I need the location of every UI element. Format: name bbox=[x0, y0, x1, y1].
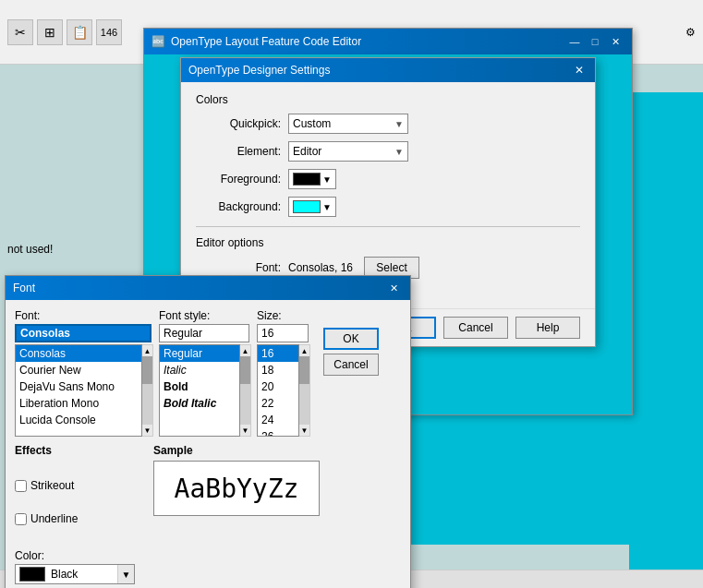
list-item[interactable]: Lucida Console bbox=[16, 412, 141, 428]
list-item[interactable]: Courier New bbox=[16, 362, 141, 378]
scroll-down-arrow-icon[interactable]: ▼ bbox=[299, 425, 309, 436]
background-color-button[interactable]: ▼ bbox=[288, 197, 336, 217]
background-color-row: Background: ▼ bbox=[196, 197, 580, 217]
font-style-scrollbar[interactable]: ▲ ▼ bbox=[240, 344, 251, 437]
element-select[interactable]: Editor ▼ bbox=[288, 141, 408, 162]
element-row: Element: Editor ▼ bbox=[196, 141, 580, 162]
editor-options-label: Editor options bbox=[196, 236, 580, 249]
font-dialog-title: Font bbox=[13, 282, 35, 294]
foreground-row: Foreground: ▼ bbox=[196, 169, 580, 189]
list-item[interactable]: Liberation Mono bbox=[16, 395, 141, 412]
font-style-listbox[interactable]: Regular Italic Bold Bold Italic bbox=[159, 344, 240, 437]
editor-options-section: Editor options Font: Consolas, 16 Select bbox=[196, 236, 580, 279]
ot-layout-minimize-button[interactable]: — bbox=[565, 33, 584, 50]
color-value-text: Black bbox=[49, 568, 117, 581]
gear-icon[interactable]: ⚙ bbox=[685, 26, 696, 39]
font-dialog-close-button[interactable]: ✕ bbox=[384, 280, 403, 296]
effects-label: Effects bbox=[15, 444, 135, 457]
underline-label: Underline bbox=[30, 512, 78, 525]
font-style-listbox-container: Regular Italic Bold Bold Italic ▲ ▼ bbox=[159, 344, 251, 437]
list-item[interactable]: 22 bbox=[258, 395, 298, 412]
settings-help-button[interactable]: Help bbox=[515, 317, 580, 339]
font-dialog-titlebar: Font ✕ bbox=[6, 276, 410, 300]
color-section: Color: Black ▼ bbox=[15, 549, 135, 584]
scroll-thumb bbox=[240, 356, 250, 384]
sample-text: AaBbYyZz bbox=[175, 474, 299, 504]
list-item[interactable]: Bold Italic bbox=[160, 395, 239, 412]
background-color-swatch bbox=[293, 200, 321, 213]
list-item[interactable]: 20 bbox=[258, 378, 298, 395]
foreground-color-arrow-icon: ▼ bbox=[322, 174, 332, 185]
color-label: Color: bbox=[15, 549, 135, 562]
strikeout-label: Strikeout bbox=[30, 479, 74, 492]
font-size-input[interactable] bbox=[257, 324, 309, 342]
font-size-scrollbar[interactable]: ▲ ▼ bbox=[299, 344, 310, 437]
quickpick-value: Custom bbox=[293, 117, 331, 130]
ot-layout-close-button[interactable]: ✕ bbox=[606, 33, 624, 50]
scroll-track bbox=[240, 356, 250, 425]
font-name-column: Font: Consolas Courier New DejaVu Sans M… bbox=[15, 309, 153, 437]
effects-section: Effects Strikeout Underline Color: Black… bbox=[15, 444, 135, 584]
ot-settings-title-text: OpenType Designer Settings bbox=[188, 64, 330, 77]
scroll-up-arrow-icon[interactable]: ▲ bbox=[299, 345, 309, 356]
list-item[interactable]: DejaVu Sans Mono bbox=[16, 378, 141, 395]
list-item[interactable]: 26 bbox=[258, 428, 298, 437]
ot-settings-titlebar: OpenType Designer Settings ✕ bbox=[181, 58, 595, 82]
strikeout-checkbox[interactable] bbox=[15, 480, 27, 492]
font-style-input[interactable] bbox=[159, 324, 249, 342]
settings-cancel-button[interactable]: Cancel bbox=[443, 317, 508, 339]
font-row-label: Font: bbox=[196, 261, 288, 274]
background-color-label: Background: bbox=[196, 200, 288, 213]
font-size-listbox[interactable]: 16 18 20 22 24 26 28 bbox=[257, 344, 299, 437]
toolbar-icon-cut[interactable]: ✂ bbox=[7, 19, 33, 45]
font-ok-button[interactable]: OK bbox=[323, 328, 379, 350]
sample-preview: AaBbYyZz bbox=[153, 461, 320, 516]
font-dialog-buttons: OK Cancel bbox=[323, 328, 379, 437]
quickpick-label: Quickpick: bbox=[196, 117, 288, 130]
element-arrow-icon: ▼ bbox=[394, 147, 404, 157]
list-item[interactable]: Italic bbox=[160, 362, 239, 378]
scroll-thumb bbox=[142, 356, 152, 384]
list-item[interactable]: Consolas bbox=[16, 345, 141, 362]
strikeout-row: Strikeout bbox=[15, 479, 135, 492]
element-label: Element: bbox=[196, 145, 288, 158]
not-used-label: not used! bbox=[7, 243, 53, 256]
foreground-color-swatch bbox=[293, 173, 321, 186]
font-listbox-container: Consolas Courier New DejaVu Sans Mono Li… bbox=[15, 344, 153, 437]
list-item[interactable]: 24 bbox=[258, 412, 298, 428]
color-combo-arrow-icon[interactable]: ▼ bbox=[117, 565, 134, 583]
underline-checkbox[interactable] bbox=[15, 513, 27, 525]
scroll-up-arrow-icon[interactable]: ▲ bbox=[142, 345, 152, 356]
scroll-down-arrow-icon[interactable]: ▼ bbox=[240, 425, 250, 436]
ot-layout-icon: 🔤 bbox=[152, 35, 165, 48]
foreground-color-button[interactable]: ▼ bbox=[288, 169, 336, 189]
font-name-listbox[interactable]: Consolas Courier New DejaVu Sans Mono Li… bbox=[15, 344, 142, 437]
cyan-panel-right bbox=[629, 92, 703, 588]
quickpick-row: Quickpick: Custom ▼ bbox=[196, 114, 580, 134]
quickpick-select[interactable]: Custom ▼ bbox=[288, 114, 408, 134]
list-item[interactable]: 16 bbox=[258, 345, 298, 362]
list-item[interactable]: Bold bbox=[160, 378, 239, 395]
divider bbox=[196, 226, 580, 227]
ot-settings-close-button[interactable]: ✕ bbox=[571, 63, 588, 78]
foreground-label: Foreground: bbox=[196, 173, 288, 186]
toolbar-icon-copy[interactable]: ⊞ bbox=[37, 19, 63, 45]
list-item[interactable]: 18 bbox=[258, 362, 298, 378]
font-listbox-scrollbar[interactable]: ▲ ▼ bbox=[142, 344, 153, 437]
ot-settings-body: Colors Quickpick: Custom ▼ Element: Edit… bbox=[181, 82, 595, 297]
color-combo[interactable]: Black ▼ bbox=[15, 564, 135, 584]
underline-row: Underline bbox=[15, 512, 135, 525]
toolbar-icon-paste[interactable]: 📋 bbox=[67, 19, 92, 45]
font-name-input[interactable] bbox=[15, 324, 152, 342]
ot-layout-maximize-button[interactable]: □ bbox=[586, 33, 604, 50]
font-cancel-button[interactable]: Cancel bbox=[323, 354, 379, 376]
element-value: Editor bbox=[293, 145, 321, 158]
list-item[interactable]: Regular bbox=[160, 345, 239, 362]
scroll-down-arrow-icon[interactable]: ▼ bbox=[142, 425, 152, 436]
font-size-listbox-container: 16 18 20 22 24 26 28 ▲ ▼ bbox=[257, 344, 312, 437]
effects-sample-row: Effects Strikeout Underline Color: Black… bbox=[15, 444, 401, 588]
scroll-up-arrow-icon[interactable]: ▲ bbox=[240, 345, 250, 356]
sample-section: Sample AaBbYyZz bbox=[153, 444, 320, 516]
toolbar-icon-run[interactable]: 146 bbox=[96, 19, 122, 45]
ot-layout-title-text: OpenType Layout Feature Code Editor bbox=[171, 35, 361, 48]
